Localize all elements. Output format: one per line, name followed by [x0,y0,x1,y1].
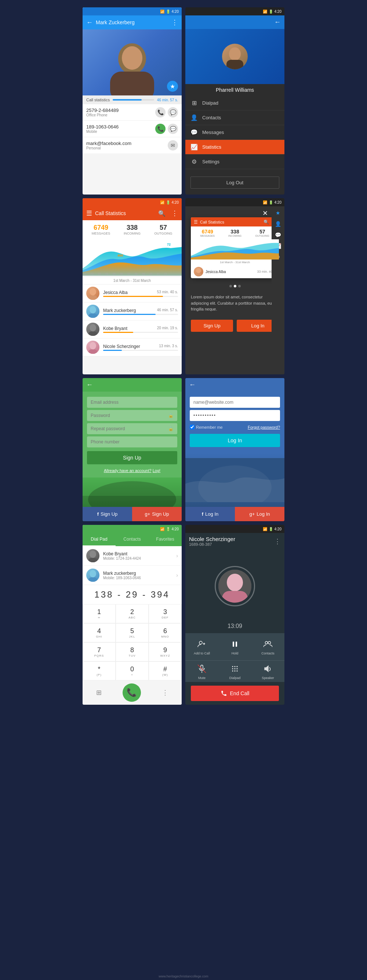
contacts-action[interactable]: Contacts [251,636,284,657]
menu-contacts[interactable]: 👤 Contacts [185,110,284,125]
back-icon-6[interactable]: ← [189,381,195,388]
tab-contacts[interactable]: Contacts [116,533,149,546]
svg-point-51 [235,666,236,667]
contact-kobe-short: Kobe Bryant Mobile: 1724-324-4424 › [83,546,182,566]
statistics-header: ☰ Call Statistics 🔍 ⋮ [83,206,182,220]
svg-text:01: 01 [83,273,86,275]
login-email-field[interactable] [190,397,280,408]
call-actions-row2: Mute Dialpad Speaker [185,660,284,682]
facebook-signup-button[interactable]: f Sign Up [83,507,132,521]
dialpad-call-icon [229,663,241,675]
svg-text:04: 04 [105,273,108,275]
key-star[interactable]: * (P) [83,662,116,681]
star-badge[interactable]: ★ [167,81,178,92]
speaker-action[interactable]: Speaker [251,661,284,682]
more-icon-dial[interactable]: ⋮ [162,689,168,697]
email-icon[interactable]: ✉ [168,140,178,151]
search-icon[interactable]: 🔍 [158,210,165,217]
svg-text:03: 03 [98,273,101,275]
back-icon-2[interactable]: ← [274,18,281,26]
hold-action[interactable]: Hold [218,636,251,657]
back-icon-5[interactable]: ← [86,381,93,388]
svg-point-25 [89,342,96,349]
key-0[interactable]: 0 + [116,662,149,681]
call-avatar [218,570,251,603]
menu-messages[interactable]: 💬 Messages [185,125,284,140]
status-bar-2: 📶 🔋 4:20 [185,7,284,16]
menu-icon[interactable]: ⋮ [172,18,178,26]
end-call-button[interactable]: End Call [191,686,279,701]
message-icon[interactable]: 💬 [168,107,178,118]
dial-call-button[interactable]: 📞 [122,683,141,702]
kobe-avatar [86,323,100,336]
phone-icon[interactable]: 📞 [155,107,165,118]
key-1[interactable]: 1 ∞ [83,604,116,623]
kobe-short-avatar [86,549,100,562]
grid-icon[interactable]: ⊞ [96,689,102,697]
tab-favorites[interactable]: Favorites [149,533,182,546]
call-icon[interactable]: 📞 [155,124,165,134]
logout-button[interactable]: Log Out [191,177,279,189]
contact-photo: ★ [83,29,182,95]
more-icon[interactable]: ⋮ [172,209,178,217]
password-field[interactable]: 🔒 [87,410,177,421]
svg-text:11: 11 [157,273,160,275]
login-password-field[interactable] [190,410,280,421]
sms-icon[interactable]: 💬 [168,124,178,134]
phone-field[interactable] [87,436,177,447]
key-7[interactable]: 7 PQRS [83,642,116,662]
close-icon[interactable]: ✕ [262,209,268,217]
pharrell-photo [185,29,284,84]
key-2[interactable]: 2 ABC [116,604,149,623]
add-to-call-action[interactable]: Add to Call [185,636,218,657]
card2-header: ← [185,16,284,29]
login-link[interactable]: Log! [153,468,160,473]
back-icon[interactable]: ← [86,19,93,26]
menu-settings[interactable]: ⚙ Settings [185,154,284,169]
svg-point-3 [229,47,241,60]
jessica-avatar [86,287,100,300]
svg-point-38 [227,574,243,591]
call-more-icon[interactable]: ⋮ [274,537,281,546]
mini-hamburger[interactable]: ☰ [194,220,198,224]
mute-action[interactable]: Mute [185,661,218,682]
key-8[interactable]: 8 TUV [116,642,149,662]
menu-dialpad[interactable]: ⊞ Dialpad [185,96,284,110]
signup-button[interactable]: Sign Up [191,320,233,332]
arrow-right-icon: › [176,553,178,558]
key-3[interactable]: 3 DEF [149,604,182,623]
forgot-password-link[interactable]: Forgot password? [248,425,280,430]
google-signup-button[interactable]: g+ Sign Up [132,507,182,521]
login-submit-button[interactable]: Log In [190,434,280,447]
menu-statistics[interactable]: 📈 Statistics [185,140,284,154]
signup-submit-button[interactable]: Sign Up [87,451,177,464]
hamburger-icon[interactable]: ☰ [86,209,92,217]
dialpad-action[interactable]: Dialpad [218,661,251,682]
svg-text:06: 06 [120,273,123,275]
key-6[interactable]: 6 MNO [149,623,182,642]
key-9[interactable]: 9 WXYZ [149,642,182,662]
email-row: mark@facebook.com Personal ✉ [83,137,182,153]
call-photo [185,549,284,623]
svg-text:12: 12 [164,273,167,275]
key-4[interactable]: 4 GHI [83,623,116,642]
lorem-text: Lorem ipsum dolor sit amet, consectetur … [185,290,284,316]
dialpad-icon: ⊞ [191,99,198,107]
key-5[interactable]: 5 JKL [116,623,149,642]
messages-icon: 💬 [191,129,198,136]
google-login-button[interactable]: g+ Log In [235,507,284,521]
google-icon-2: g+ [249,511,255,517]
email-field[interactable] [87,397,177,408]
contact-header: ← Mark Zuckerberg ⋮ [83,16,182,29]
call-header: Nicole Scherzinger 1689-08-387 ⋮ [185,533,284,549]
remember-checkbox[interactable] [190,425,194,430]
key-hash[interactable]: # (W) [149,662,182,681]
add-to-call-icon [196,638,208,650]
carousel-dots [185,282,284,290]
mini-contact-row: Jesicca Alba 33 min. 40 s. [191,265,279,278]
facebook-login-button[interactable]: f Log In [185,507,235,521]
tab-dialpad[interactable]: Dial Pad [83,533,116,546]
repeat-password-field[interactable]: 🔒 [87,423,177,434]
svg-point-56 [232,671,234,672]
mini-search[interactable]: 🔍 [264,220,269,224]
